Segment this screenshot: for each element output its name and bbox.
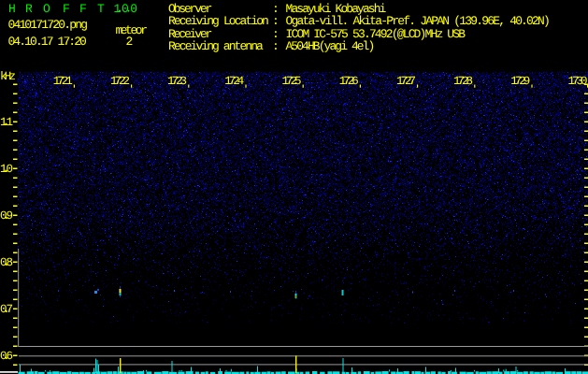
svg-text:A504HB(yagi 4el): A504HB(yagi 4el)	[286, 39, 376, 53]
svg-text:0410171720.png: 0410171720.png	[7, 18, 88, 32]
svg-text:kHz: kHz	[0, 70, 16, 83]
svg-text:1721: 1721	[53, 75, 73, 88]
svg-text:1729: 1729	[510, 75, 530, 88]
svg-text:1722: 1722	[110, 75, 130, 88]
svg-text:1725: 1725	[282, 75, 302, 88]
svg-text:04.10.17 17:20: 04.10.17 17:20	[7, 35, 87, 49]
svg-text:0.6: 0.6	[0, 350, 13, 363]
svg-text:1727: 1727	[396, 75, 416, 88]
svg-text::: :	[272, 39, 280, 53]
svg-text:F: F	[79, 2, 87, 16]
svg-text:F: F	[63, 2, 70, 16]
svg-text:1724: 1724	[224, 75, 244, 88]
svg-text:1: 1	[114, 2, 122, 16]
svg-text:0.7: 0.7	[0, 303, 13, 316]
svg-text:O: O	[43, 2, 50, 16]
svg-text:1.0: 1.0	[0, 163, 13, 176]
svg-text:T: T	[97, 2, 105, 16]
svg-text:2: 2	[126, 35, 134, 49]
svg-text:0: 0	[130, 2, 137, 16]
svg-text:0.8: 0.8	[0, 256, 13, 269]
svg-text:1728: 1728	[453, 75, 473, 88]
svg-text:H: H	[8, 2, 16, 16]
svg-text:1730: 1730	[568, 75, 588, 88]
svg-text:0: 0	[122, 2, 129, 16]
svg-text:0.9: 0.9	[0, 209, 13, 223]
svg-text:1.1: 1.1	[0, 116, 13, 129]
svg-text:R: R	[25, 2, 33, 16]
svg-text:1726: 1726	[339, 75, 359, 88]
svg-text:1723: 1723	[167, 75, 187, 88]
svg-text:Receiving antenna: Receiving antenna	[168, 39, 264, 53]
